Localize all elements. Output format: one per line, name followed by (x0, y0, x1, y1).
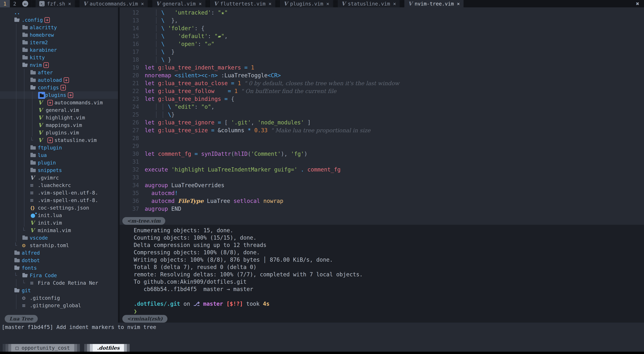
code-line[interactable]: 30let comment_fg = synIDattr(hlID('Comme… (120, 150, 644, 158)
tree-item[interactable]: .. (0, 9, 118, 16)
tree-item[interactable]: kitty (0, 54, 118, 61)
tree-item[interactable]: Vplugins.vim (0, 129, 118, 136)
code-line[interactable]: 20nnoremap <silent><c-n> :LuaTreeToggle<… (120, 71, 644, 79)
tmux-window-.dotfiles[interactable]: .dotfiles (84, 344, 130, 352)
code-line[interactable]: 18 │ \ } (120, 56, 644, 64)
tree-item[interactable]: Vmappings.vim (0, 121, 118, 129)
tree-item[interactable]: ≡.vim-spell-en.utf-8. (0, 189, 118, 197)
buffer-tab-statusline.vim[interactable]: Vstatusline.vim× (338, 0, 400, 7)
code-line[interactable]: 35 autocmd! (120, 189, 644, 197)
tree-item[interactable]: Vgeneral.vim (0, 106, 118, 114)
editor-pane[interactable]: 12 │ \ 'untracked': "★"13 │ \ },14 │ \ '… (120, 7, 644, 225)
tab-close-icon[interactable]: × (326, 1, 329, 7)
code-line[interactable]: 19let g:lua_tree_indent_markers = 1 (120, 64, 644, 71)
code-line[interactable]: 16 │ \ 'open': "▱" (120, 40, 644, 48)
tree-indent-guide (14, 46, 22, 54)
tab-close-icon[interactable]: × (457, 1, 460, 7)
tab-close-icon[interactable]: × (141, 1, 144, 7)
vim-icon: V (38, 114, 46, 121)
prompt-caret[interactable]: ❯ (134, 308, 644, 315)
buffer-tab-nvim-tree.vim[interactable]: Vnvim-tree.vim× (404, 0, 464, 7)
tree-item[interactable]: plugin (0, 159, 118, 166)
vim-icon: V (30, 227, 38, 234)
tree-item[interactable]: vscode (0, 234, 118, 242)
buffer-tab-fzf.sh[interactable]: >_fzf.sh× (36, 0, 75, 7)
tree-item[interactable]: dotbot (0, 257, 118, 264)
code-line[interactable]: 29 (120, 142, 644, 150)
code-line[interactable]: 15 │ \ 'default': "▰", (120, 32, 644, 40)
tree-item[interactable]: karabiner (0, 46, 118, 54)
tree-item[interactable]: ≡.gitignore_global (0, 302, 118, 309)
tree-item[interactable]: git (0, 287, 118, 294)
tab-close-icon[interactable]: × (268, 1, 272, 7)
tree-item[interactable]: ≡.luacheckrc (0, 182, 118, 189)
tab-close-icon[interactable]: × (393, 1, 396, 7)
code-text: │ \ 'open': "▱" (145, 40, 214, 48)
code-line[interactable]: 31 (120, 158, 644, 166)
code-line[interactable]: 27let g:lua_tree_size = &columns * 0.33 … (120, 126, 644, 134)
buffer-tab-general.vim[interactable]: Vgeneral.vim× (152, 0, 206, 7)
tree-item[interactable]: autoload+ (0, 76, 118, 84)
tree-item[interactable]: iterm2 (0, 39, 118, 46)
tree-item[interactable]: └Fira Code (0, 272, 118, 279)
tree-item[interactable]: after (0, 69, 118, 76)
close-all-icon[interactable]: ✖ (631, 0, 644, 7)
code-line[interactable]: 37augroup END (120, 205, 644, 213)
tree-item[interactable]: snippets (0, 166, 118, 174)
status-bar-bottom-strip (0, 352, 644, 354)
code-line[interactable]: 13 │ \ }, (120, 16, 644, 24)
tmux-window-opportunity_cost[interactable]: □ opportunity_cost (3, 344, 80, 352)
code-line[interactable]: 21let g:lua_tree_auto_close = 1 " 0 by d… (120, 79, 644, 87)
folder-icon (22, 24, 30, 31)
tree-item-label: homebrew (30, 32, 54, 38)
code-line[interactable]: 14 │ \ 'folder': { (120, 24, 644, 32)
code-line[interactable]: 33 (120, 173, 644, 181)
tab-number-2[interactable]: 2 (10, 0, 20, 7)
tree-item[interactable]: └⚙starship.toml (0, 242, 118, 249)
code-line[interactable]: 28 (120, 134, 644, 142)
code-line[interactable]: 26let g:lua_tree_ignore = [ '.git', 'nod… (120, 119, 644, 126)
tab-close-icon[interactable]: × (68, 1, 71, 7)
tree-item[interactable]: alacritty (0, 24, 118, 31)
tree-item[interactable]: └≡Fira Code Retina Ner (0, 279, 118, 287)
buffer-tab-autocommands.vim[interactable]: Vautocommands.vim× (80, 0, 148, 7)
tree-item[interactable]: V.gvimrc (0, 174, 118, 182)
code-line[interactable]: 24 │ │ \ "edit": "o", (120, 103, 644, 111)
tree-item[interactable]: ftplugin (0, 144, 118, 151)
code-line[interactable]: 12 │ \ 'untracked': "★" (120, 9, 644, 16)
tree-item[interactable]: lua (0, 151, 118, 159)
tree-item[interactable]: configs+ (0, 84, 118, 91)
tree-item[interactable]: fonts (0, 264, 118, 272)
window-separator[interactable] (118, 7, 120, 323)
code-line[interactable]: 32execute 'highlight LuaTreeIndentMarker… (120, 166, 644, 173)
tree-item[interactable]: V+autocommands.vim (0, 99, 118, 106)
tree-item[interactable]: init.lua (0, 212, 118, 219)
tree-item[interactable]: Vhighlight.vim (0, 114, 118, 121)
code-line[interactable]: 34augroup LuaTreeOverrides (120, 181, 644, 189)
tree-item[interactable]: plugins+ (0, 91, 118, 99)
code-text: │ \ 'untracked': "★" (145, 9, 228, 16)
code-line[interactable]: 23let g:lua_tree_bindings = { (120, 95, 644, 103)
tree-item[interactable]: └Vminimal.vim (0, 227, 118, 234)
tab-number-1[interactable]: 1 (0, 0, 10, 7)
tree-item[interactable]: {}coc-settings.json (0, 204, 118, 212)
tree-item[interactable]: ≡.vim-spell-en.utf-8. (0, 197, 118, 204)
line-number: 36 (120, 197, 145, 205)
code-line[interactable]: 25 │ │ \} (120, 111, 644, 119)
tab-close-icon[interactable]: × (199, 1, 202, 7)
tree-item[interactable]: nvim+ (0, 61, 118, 69)
line-number: 19 (120, 64, 145, 71)
tree-item[interactable]: .config+ (0, 16, 118, 24)
tree-item[interactable]: ⚙.gitconfig (0, 294, 118, 302)
code-line[interactable]: 36 autocmd FileType LuaTree setlocal now… (120, 197, 644, 205)
tree-item[interactable]: alfred (0, 249, 118, 257)
code-line[interactable]: 22let g:lua_tree_follow = 1 " On bufEnte… (120, 87, 644, 95)
tree-item[interactable]: └V+statusline.vim (0, 136, 118, 144)
buffer-tab-plugins.vim[interactable]: Vplugins.vim× (280, 0, 333, 7)
back-arrow-icon[interactable]: ← (22, 1, 28, 7)
tree-item[interactable]: homebrew (0, 31, 118, 39)
buffer-tab-fluttertest.vim[interactable]: Vfluttertest.vim× (210, 0, 275, 7)
code-line[interactable]: 17 │ \ } (120, 48, 644, 56)
tree-item[interactable]: Vinit.vim (0, 219, 118, 227)
terminal-pane[interactable]: Enumerating objects: 15, done.Counting o… (120, 225, 644, 323)
